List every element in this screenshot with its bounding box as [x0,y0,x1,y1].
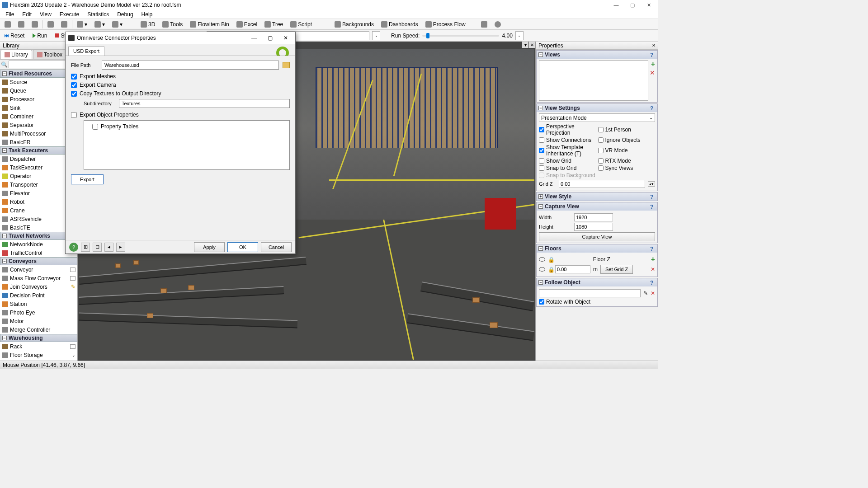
remove-view-button[interactable]: ✕ [650,69,655,76]
category-warehousing[interactable]: −Warehousing [0,334,77,342]
cancel-button[interactable]: Cancel [261,242,292,252]
set-gridz-button[interactable]: Set Grid Z [600,265,633,274]
section-follow-object[interactable]: −Follow Object? [537,278,657,286]
ok-button[interactable]: OK [227,242,258,252]
item-rack[interactable]: Rack [0,342,77,351]
toolbar-misc2[interactable]: ▾ [92,20,108,29]
eye-icon[interactable] [539,267,545,272]
menu-help[interactable]: Help [138,10,156,19]
apply-button[interactable]: Apply [194,242,225,252]
viewport-close[interactable]: ✕ [529,42,535,48]
chk-rotate-with-object[interactable]: Rotate with Object [539,299,655,305]
edit-icon[interactable]: ✎ [71,284,75,290]
chk-ignore-objects[interactable]: Ignore Objects [598,137,656,143]
close-button[interactable]: ✕ [641,0,656,9]
menu-debug[interactable]: Debug [113,10,137,19]
section-capture-view[interactable]: −Capture View? [537,202,657,211]
dialog-help-button[interactable]: ? [69,243,78,252]
toolbar-tree[interactable]: Tree [262,20,286,29]
run-button[interactable]: Run [30,31,50,40]
chk-copy-textures[interactable]: Copy Textures to Output Directory [71,90,290,97]
toolbar-open[interactable] [15,20,27,29]
eye-icon[interactable] [539,257,545,262]
add-view-button[interactable]: + [651,60,655,68]
minimize-button[interactable]: — [609,0,624,9]
delete-floor-button[interactable]: ✕ [651,266,655,272]
presentation-mode-dropdown[interactable]: Presentation Mode [539,113,655,122]
conveyor-extra-icon[interactable] [70,267,75,272]
gridz-spinner[interactable]: ▴▾ [648,181,655,187]
export-button[interactable]: Export [71,174,104,184]
section-floors[interactable]: −Floors? [537,244,657,253]
slider-thumb[interactable] [426,33,429,38]
help-icon[interactable]: ? [650,52,656,57]
help-icon[interactable]: ? [650,194,656,199]
help-icon[interactable]: ? [650,280,656,285]
chevron-down-icon[interactable]: ⌄ [72,353,75,357]
chk-show-template[interactable]: Show Template Inheritance (T) [539,144,596,157]
item-floorstorage[interactable]: Floor Storage⌄ [0,351,77,359]
lock-icon[interactable]: 🔒 [548,257,552,262]
chk-export-meshes[interactable]: Export Meshes [71,73,290,80]
massflow-extra-icon[interactable] [70,276,75,281]
dialog-prev[interactable]: ◂ [104,243,113,252]
chk-sync-views[interactable]: Sync Views [598,165,656,171]
chk-property-tables[interactable]: Property Tables [92,123,288,130]
toolbar-misc3[interactable]: ▾ [109,20,125,29]
menu-statistics[interactable]: Statistics [84,10,113,19]
section-view-settings[interactable]: −View Settings? [537,104,657,112]
toolbar-processflow[interactable]: Process Flow [423,20,468,29]
item-decisionpoint[interactable]: Decision Point [0,291,77,300]
chk-show-connections[interactable]: Show Connections [539,137,596,143]
speed-dropdown[interactable]: ⌄ [515,31,524,40]
add-floor-button[interactable]: + [651,255,655,263]
dialog-maximize[interactable]: ▢ [263,33,277,43]
toolbar-new[interactable] [2,20,14,29]
dialog-nav1[interactable]: ⊞ [81,243,90,252]
time-dropdown[interactable]: ⌄ [372,31,380,40]
toolbar-settings[interactable] [478,20,490,29]
item-joinconveyors[interactable]: Join Conveyors✎ [0,282,77,291]
menu-edit[interactable]: Edit [19,10,35,19]
viewport-pin[interactable]: ▾ [522,42,528,48]
toolbar-excel[interactable]: Excel [234,20,260,29]
item-motor[interactable]: Motor [0,317,77,325]
toolbar-undo[interactable] [45,20,57,29]
dialog-close[interactable]: ✕ [279,33,292,43]
tab-library[interactable]: Library [0,50,32,59]
rack-extra-icon[interactable] [70,344,75,349]
subdirectory-input[interactable] [119,99,290,108]
filepath-input[interactable] [102,61,279,70]
menu-view[interactable]: View [36,10,55,19]
tab-usd-export[interactable]: USD Export [68,46,104,56]
toolbar-script[interactable]: Script [288,20,315,29]
chk-show-grid[interactable]: Show Grid [539,158,596,164]
toolbar-3d[interactable]: 3D [138,20,158,29]
toolbar-save[interactable] [29,20,41,29]
toolbar-misc1[interactable]: ▾ [74,20,90,29]
help-icon[interactable]: ? [650,204,656,209]
dialog-minimize[interactable]: — [247,33,261,43]
chk-vr-mode[interactable]: VR Mode [598,144,656,157]
chk-export-camera[interactable]: Export Camera [71,82,290,88]
menu-file[interactable]: File [2,10,18,19]
maximize-button[interactable]: ▢ [625,0,640,9]
browse-folder-button[interactable] [283,62,290,68]
toolbar-tools[interactable]: Tools [160,20,185,29]
tab-toolbox[interactable]: Toolbox [33,50,66,59]
toolbar-backgrounds[interactable]: Backgrounds [332,20,377,29]
toolbar-help[interactable] [492,20,504,29]
properties-close-icon[interactable]: ✕ [652,43,656,48]
clear-follow-button[interactable]: ✕ [651,290,655,296]
chk-export-object-properties[interactable]: Export Object Properties [71,112,290,118]
follow-object-input[interactable] [539,289,641,297]
item-conveyor[interactable]: Conveyor [0,265,77,274]
lock-icon[interactable]: 🔒 [548,267,552,272]
toolbar-redo[interactable] [58,20,70,29]
chk-first-person[interactable]: 1st Person [598,123,656,136]
dialog-nav2[interactable]: ⊟ [93,243,102,252]
chk-snap-grid[interactable]: Snap to Grid [539,165,596,171]
menu-execute[interactable]: Execute [56,10,83,19]
item-mergecontroller[interactable]: Merge Controller [0,325,77,334]
capture-height-input[interactable] [574,223,613,231]
